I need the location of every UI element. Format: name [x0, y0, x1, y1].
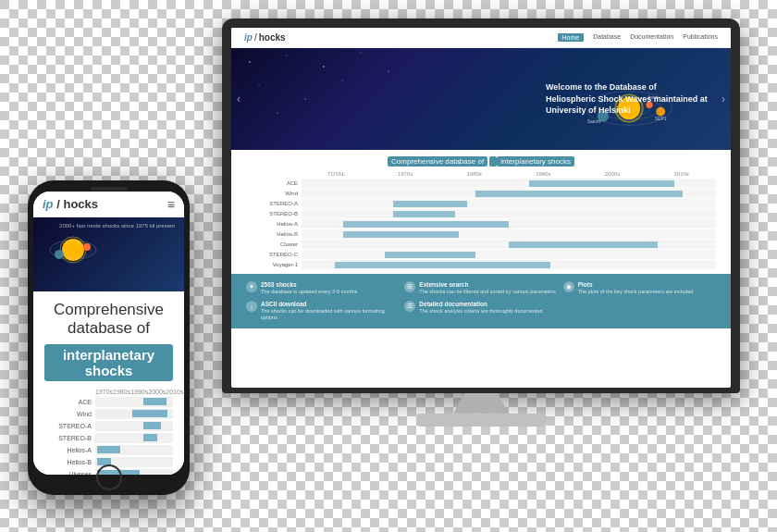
svg-point-6: [304, 98, 305, 99]
phone-logo-ip: ip: [43, 197, 54, 211]
tl-bar-area-stereoc: [302, 250, 716, 259]
phone: ip / hocks ≡ 2000: [28, 180, 190, 495]
tl-row-stereoa: STEREO-A: [246, 199, 716, 208]
phone-menu-icon[interactable]: ≡: [167, 198, 175, 211]
phone-hero: 2000+ fast mode shocks since 1975 till p…: [33, 217, 184, 291]
monitor: ip / hocks Home Database Documentation P…: [222, 19, 740, 444]
feature-plots-text: Plots The plots of the key shock paramet…: [578, 281, 694, 295]
tl-label-wind: Wind: [246, 191, 302, 196]
logo-hocks: hocks: [259, 32, 286, 43]
nav-database[interactable]: Database: [593, 33, 621, 42]
logo-slash: /: [254, 32, 257, 43]
feature-search-title: Extensive search: [419, 281, 556, 288]
phone-hero-planet-svg: [48, 225, 99, 276]
phone-tl-bar-heliosa: [97, 446, 120, 453]
tl-label-stereob: STEREO-B: [246, 211, 302, 217]
tl-bar-area-wind: [302, 189, 716, 198]
feature-download-title: ASCII download: [261, 301, 399, 307]
hero-title: Welcome to the Database of Heliospheric …: [546, 81, 709, 117]
feature-shocks-icon: ✦: [246, 281, 257, 292]
phone-tl-label-heliosb: Helios-B: [44, 459, 95, 465]
th-2010s: 2010s: [647, 171, 716, 177]
tl-bar-area-stereoa: [302, 199, 716, 208]
th-2000s: 2000s: [578, 171, 648, 177]
feature-download: ↓ ASCII download The shocks can be downl…: [246, 301, 399, 321]
feature-plots-title: Plots: [578, 281, 694, 288]
phone-tl-bar-area-stereoa: [95, 421, 173, 431]
th-1970s: 1970s: [371, 171, 440, 177]
tl-bar-area-voyager: [302, 260, 716, 269]
svg-text:Saturn: Saturn: [587, 119, 601, 124]
svg-point-5: [259, 85, 260, 86]
feature-search-icon: ⊞: [404, 281, 415, 292]
tl-row-wind: Wind: [246, 189, 716, 198]
tl-bar-cluster: [509, 241, 658, 248]
svg-point-8: [278, 113, 278, 114]
phone-tl-heliosa: Helios-A: [44, 445, 173, 455]
phone-logo: ip / hocks: [43, 197, 98, 211]
phone-th-2010s: 2010s: [166, 389, 183, 395]
feature-download-icon: ↓: [246, 301, 257, 312]
tl-row-heliosa: Helios-A: [246, 219, 716, 229]
tl-label-cluster: Cluster: [246, 241, 302, 247]
svg-point-34: [83, 243, 91, 251]
feature-search: ⊞ Extensive search The shocks can be fil…: [404, 281, 557, 295]
feature-shocks-title: 2503 shocks: [261, 281, 358, 288]
phone-tl-label-ace: ACE: [44, 399, 95, 405]
highlight-badge: interplanetary shocks: [497, 156, 574, 167]
nav-home[interactable]: Home: [558, 33, 585, 42]
phone-tl-wind: Wind: [44, 409, 173, 419]
svg-point-9: [314, 127, 315, 128]
timeline-table: TOTAL 1970s 1980s 1990s 2000s 2010s ACE: [246, 171, 716, 269]
timeline-header: TOTAL 1970s 1980s 1990s 2000s 2010s: [246, 171, 716, 177]
phone-tl-label-ulysses: Ulysses: [44, 471, 95, 475]
tl-row-voyager: Voyager-1: [246, 260, 716, 269]
monitor-base: [416, 414, 546, 427]
hero-text: Welcome to the Database of Heliospheric …: [546, 81, 731, 117]
phone-th-2000s: 2000s: [148, 389, 166, 395]
phone-tl-ace: ACE: [44, 397, 173, 407]
phone-tl-bar-area-stereob: [95, 433, 173, 443]
phone-tl-bar-ace: [143, 398, 166, 405]
tl-bar-area-ace: [302, 179, 716, 188]
phone-tl-stereob: STEREO-B: [44, 433, 173, 443]
phone-tl-bar-area-heliosa: [95, 445, 173, 455]
subtitle-text: Comprehensive database of: [388, 156, 487, 167]
monitor-screen: ip / hocks Home Database Documentation P…: [231, 28, 731, 388]
feature-download-desc: The shocks can be downloaded with variou…: [261, 308, 399, 321]
phone-tl-bar-stereob: [143, 434, 157, 441]
tl-bar-heliosa: [343, 221, 509, 228]
screen-nav: ip / hocks Home Database Documentation P…: [231, 28, 731, 48]
svg-point-7: [342, 80, 343, 81]
feature-search-desc: The shocks can be filtered and sorted by…: [419, 289, 556, 295]
phone-highlight: interplanetary shocks: [44, 344, 173, 381]
tl-row-cluster: Cluster: [246, 240, 716, 249]
tl-bar-heliosb: [343, 231, 459, 238]
feature-download-text: ASCII download The shocks can be downloa…: [261, 301, 399, 321]
tl-row-stereob: STEREO-B: [246, 209, 716, 218]
hero-arrow-left[interactable]: ‹: [237, 93, 240, 105]
phone-heading: Comprehensive database of: [44, 301, 173, 339]
phone-timeline-header: 1970s 1980s 1990s 2000s 2010s: [44, 389, 173, 395]
nav-documentation[interactable]: Documentation: [630, 33, 673, 42]
phone-th-1990s: 1990s: [130, 389, 148, 395]
tl-bar-area-heliosb: [302, 229, 716, 239]
phone-frame: ip / hocks ≡ 2000: [28, 180, 190, 495]
tl-label-stereoa: STEREO-A: [246, 201, 302, 206]
phone-tl-label-wind: Wind: [44, 411, 95, 417]
tl-label-heliosb: Helios-B: [246, 231, 302, 237]
phone-home-button[interactable]: [96, 464, 122, 490]
nav-publications[interactable]: Publications: [683, 33, 718, 42]
svg-point-35: [55, 250, 64, 259]
features-section: ✦ 2503 shocks The database is updated ev…: [231, 274, 731, 328]
features-grid: ✦ 2503 shocks The database is updated ev…: [246, 281, 716, 321]
phone-th-1970s: 1970s: [95, 389, 113, 395]
monitor-frame: ip / hocks Home Database Documentation P…: [222, 19, 740, 393]
feature-plots-desc: The plots of the key shock parameters ar…: [578, 289, 694, 295]
feature-plots: ◉ Plots The plots of the key shock param…: [563, 281, 716, 295]
screen-subtitle: Comprehensive database of interplanetary…: [246, 157, 716, 166]
svg-point-2: [323, 66, 324, 67]
monitor-neck: [453, 393, 509, 414]
phone-tl-bar-area-wind: [95, 409, 173, 419]
phone-speaker: [91, 187, 128, 191]
